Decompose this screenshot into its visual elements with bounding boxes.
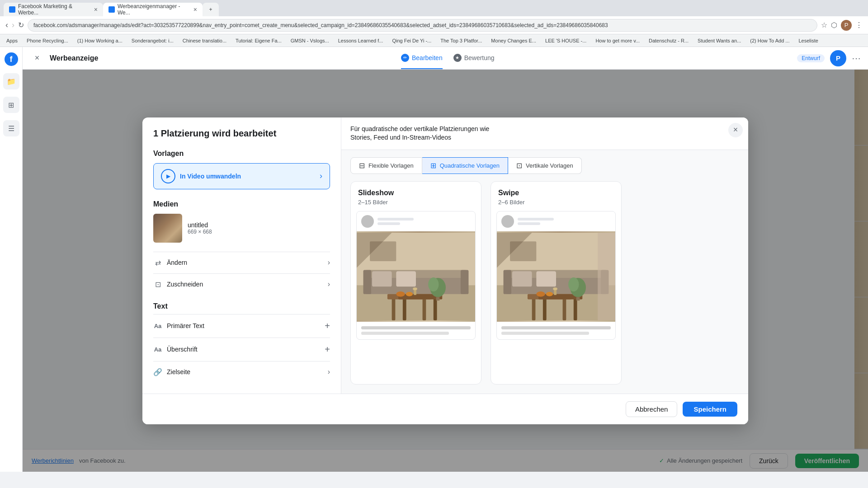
cancel-button[interactable]: Abbrechen bbox=[626, 401, 678, 417]
swipe-spacer bbox=[491, 340, 621, 347]
reload-button[interactable]: ↻ bbox=[18, 21, 24, 29]
bookmark-15[interactable]: (2) How To Add ... bbox=[747, 37, 792, 44]
slideshow-bottom-lines bbox=[357, 322, 475, 339]
bookmark-3[interactable]: Sonderangebot: i... bbox=[129, 37, 176, 44]
video-convert-card[interactable]: ▶ In Video umwandeln › bbox=[153, 163, 330, 189]
swipe-bottom-lines bbox=[497, 322, 615, 339]
bookmark-11[interactable]: LEE 'S HOUSE -... bbox=[542, 37, 589, 44]
swipe-card[interactable]: Swipe 2–6 Bilder bbox=[491, 181, 622, 385]
name-line-1 bbox=[377, 218, 414, 221]
bookmark-star[interactable]: ☆ bbox=[821, 21, 827, 29]
video-convert-chevron: › bbox=[320, 171, 322, 181]
swipe-top-bar bbox=[497, 211, 615, 231]
bookmark-9[interactable]: The Top 3 Platfor... bbox=[438, 37, 485, 44]
media-info: untitled 669 × 668 bbox=[188, 221, 212, 235]
card-spacer bbox=[351, 340, 481, 347]
fb-favicon-2 bbox=[108, 6, 115, 13]
bookmarks-bar: Apps Phone Recycling... (1) How Working … bbox=[0, 34, 868, 47]
tab-bearbeiten[interactable]: ✏ Bearbeiten bbox=[401, 47, 443, 69]
format-tab-flexible[interactable]: ⊟ Flexible Vorlagen bbox=[350, 157, 422, 174]
bookmark-1[interactable]: Phone Recycling... bbox=[24, 37, 71, 44]
svg-rect-8 bbox=[461, 270, 468, 294]
headline-add[interactable]: + bbox=[325, 344, 330, 355]
address-bar: ‹ › ↻ ☆ ⬡ P ⋮ bbox=[0, 16, 868, 34]
vorlagen-section-title: Vorlagen bbox=[153, 150, 330, 158]
media-dims: 669 × 668 bbox=[188, 229, 212, 235]
nav-list-icon[interactable]: ☰ bbox=[3, 120, 19, 136]
bookmark-12[interactable]: How to get more v... bbox=[593, 37, 642, 44]
bookmark-8[interactable]: Qing Fei De Yi -... bbox=[389, 37, 434, 44]
svg-rect-36 bbox=[563, 297, 566, 320]
swipe-name-line-2 bbox=[518, 222, 540, 225]
bookmark-apps[interactable]: Apps bbox=[4, 37, 20, 44]
svg-rect-35 bbox=[532, 297, 536, 320]
tab-2-close[interactable]: × bbox=[193, 6, 197, 13]
slideshow-card[interactable]: Slideshow 2–15 Bilder bbox=[350, 181, 481, 385]
svg-rect-38 bbox=[574, 297, 577, 320]
bookmark-7[interactable]: Lessons Learned f... bbox=[335, 37, 386, 44]
draft-badge: Entwurf bbox=[797, 54, 825, 62]
swipe-avatar bbox=[501, 215, 514, 228]
bookmark-10[interactable]: Money Changes E... bbox=[488, 37, 539, 44]
svg-rect-11 bbox=[392, 297, 396, 320]
svg-rect-10 bbox=[396, 271, 416, 286]
tab-2[interactable]: Werbeanzeigenmanager - We... × bbox=[103, 3, 203, 16]
change-action[interactable]: ⇄ Ändern › bbox=[153, 252, 330, 273]
dialog-footer: Abbrechen Speichern bbox=[142, 394, 748, 424]
svg-rect-4 bbox=[370, 241, 396, 261]
svg-rect-33 bbox=[512, 271, 532, 286]
swipe-name-line-1 bbox=[518, 218, 554, 221]
quadratisch-icon: ⊞ bbox=[430, 161, 436, 170]
svg-rect-13 bbox=[403, 297, 406, 320]
target-page-action[interactable]: 🔗 Zielseite › bbox=[153, 361, 330, 383]
video-convert-left: ▶ In Video umwandeln bbox=[161, 169, 241, 183]
tab-1[interactable]: Facebook Marketing & Werbe... × bbox=[4, 3, 103, 16]
media-thumbnail-img bbox=[153, 214, 182, 243]
format-tab-quadratisch[interactable]: ⊞ Quadratische Vorlagen bbox=[422, 157, 508, 174]
bookmark-16[interactable]: Leseliste bbox=[796, 37, 821, 44]
extensions-icon[interactable]: ⬡ bbox=[831, 21, 837, 29]
primary-text-action[interactable]: Aa Primärer Text + bbox=[153, 314, 330, 338]
bookmark-5[interactable]: Tutorial: Eigene Fa... bbox=[233, 37, 284, 44]
save-button[interactable]: Speichern bbox=[683, 402, 737, 417]
back-button[interactable]: ‹ bbox=[5, 20, 8, 30]
target-page-label: Zielseite bbox=[167, 368, 190, 375]
bookmark-2[interactable]: (1) How Working a... bbox=[75, 37, 125, 44]
svg-point-45 bbox=[546, 292, 553, 296]
panel-close-button[interactable]: × bbox=[30, 51, 44, 66]
swipe-name-lines bbox=[518, 218, 554, 225]
crop-icon: ⊡ bbox=[153, 280, 162, 289]
new-tab-button[interactable]: + bbox=[203, 3, 219, 16]
swipe-preview-img bbox=[497, 231, 615, 322]
headline-label: Überschrift bbox=[167, 346, 198, 353]
dialog-close-button[interactable]: × bbox=[728, 123, 743, 137]
swipe-header: Swipe 2–6 Bilder bbox=[491, 182, 621, 211]
bookmark-14[interactable]: Student Wants an... bbox=[695, 37, 744, 44]
right-panel: Für quadratische oder vertikale Platzier… bbox=[341, 117, 748, 394]
primary-text-add[interactable]: + bbox=[325, 321, 330, 331]
nav-folder-icon[interactable]: 📁 bbox=[3, 73, 19, 89]
fb-sidebar: f 📁 ⊞ ☰ bbox=[0, 47, 23, 472]
address-input[interactable] bbox=[28, 19, 817, 32]
more-options-button[interactable]: ⋯ bbox=[852, 53, 861, 64]
bookmark-6[interactable]: GMSN - Vslogs... bbox=[288, 37, 332, 44]
video-icon: ▶ bbox=[161, 169, 175, 183]
bookmark-13[interactable]: Datenschutz - R... bbox=[646, 37, 691, 44]
account-icon[interactable]: P bbox=[841, 20, 852, 31]
forward-button[interactable]: › bbox=[12, 20, 14, 30]
menu-icon[interactable]: ⋮ bbox=[855, 21, 863, 29]
format-tab-vertikal[interactable]: ⊡ Vertikale Vorlagen bbox=[508, 157, 582, 174]
bookmark-4[interactable]: Chinese translatio... bbox=[180, 37, 229, 44]
tab-bewertung[interactable]: ★ Bewertung bbox=[453, 47, 495, 69]
slideshow-svg bbox=[357, 231, 475, 322]
tab-1-close[interactable]: × bbox=[94, 6, 98, 13]
crop-action[interactable]: ⊡ Zuschneiden › bbox=[153, 273, 330, 295]
svg-rect-14 bbox=[434, 297, 437, 320]
svg-point-47 bbox=[553, 287, 557, 290]
headline-action[interactable]: Aa Überschrift + bbox=[153, 338, 330, 361]
nav-grid-icon[interactable]: ⊞ bbox=[3, 97, 19, 113]
slideshow-top-bar bbox=[357, 211, 475, 231]
slideshow-title: Slideshow bbox=[358, 189, 474, 197]
text-section-title: Text bbox=[153, 302, 330, 310]
svg-rect-48 bbox=[598, 233, 615, 320]
